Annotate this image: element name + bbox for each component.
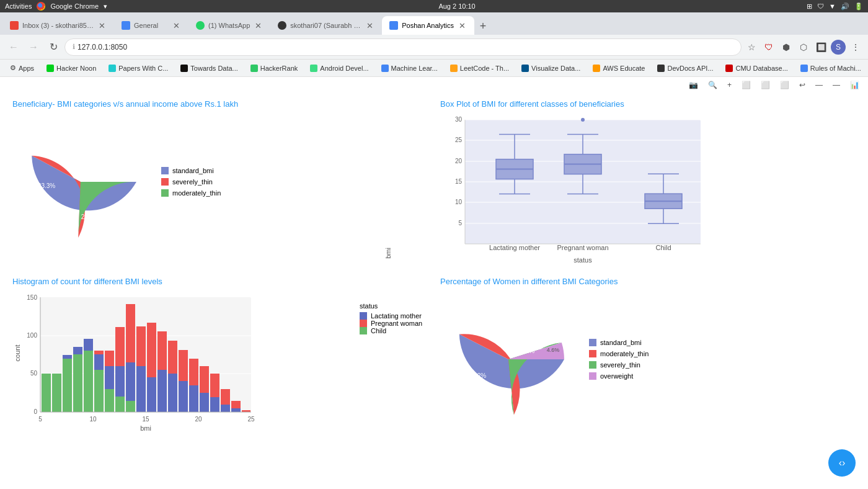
datetime-label: Aug 2 10:10 bbox=[107, 2, 807, 10]
bar-11-lac bbox=[94, 354, 104, 370]
profile-icon[interactable]: S bbox=[831, 40, 846, 55]
tab-close-poshan[interactable]: ✕ bbox=[458, 20, 467, 32]
menu-icon[interactable]: ⋮ bbox=[848, 40, 863, 55]
pie1-title: Beneficiary- BMI categories v/s annual i… bbox=[12, 99, 428, 109]
bar-18-lac bbox=[168, 374, 177, 412]
bookmark-leetcode[interactable]: LeetCode - Th... bbox=[445, 63, 514, 73]
hist-legend-child: Child bbox=[360, 327, 428, 334]
toolbar-plus[interactable]: + bbox=[724, 79, 735, 91]
bookmark-hr-label: HackerRank bbox=[260, 65, 298, 72]
pie2-svg: 42.2% 31.2% 21.9% 4.6% bbox=[440, 291, 577, 428]
bookmark-aws-label: AWS Educate bbox=[603, 65, 645, 72]
bookmark-rules-label: Rules of Machi... bbox=[810, 65, 861, 72]
hist-ytick-0: 0 bbox=[33, 408, 37, 415]
address-bar[interactable]: ℹ 127.0.0.1:8050 bbox=[64, 38, 742, 56]
address-text: 127.0.0.1:8050 bbox=[78, 43, 127, 52]
android-favicon bbox=[310, 65, 317, 72]
ext2-icon[interactable]: ⬡ bbox=[796, 40, 811, 55]
pie1-label-standard: 42.4% bbox=[91, 167, 108, 174]
tab-label-poshan: Poshan Analytics bbox=[402, 22, 454, 29]
bar-20-lac bbox=[189, 385, 198, 412]
scroll-next-icon[interactable]: › bbox=[842, 457, 845, 469]
ytick-20: 20 bbox=[455, 158, 463, 164]
tab-whatsapp[interactable]: (1) WhatsApp ✕ bbox=[188, 16, 270, 35]
tab-github[interactable]: skothari07 (Saurabh Kot... ✕ bbox=[270, 16, 382, 35]
pie1-legend: standard_bmi severely_thin moderately_th… bbox=[161, 167, 221, 197]
legend-label-lactating: Lactating mother bbox=[371, 312, 422, 320]
bookmark-mlmastery[interactable]: Machine Lear... bbox=[376, 63, 443, 73]
bookmark-cmu[interactable]: CMU Database... bbox=[720, 63, 792, 73]
bookmark-android-label: Android Devel... bbox=[320, 65, 368, 72]
pie2-label-standard: 42.2% bbox=[517, 348, 534, 354]
toolbar-chart[interactable]: 📊 bbox=[846, 79, 863, 91]
dd-favicon bbox=[657, 65, 665, 72]
tab-inbox[interactable]: Inbox (3) - skothari855@... ✕ bbox=[2, 16, 114, 35]
new-tab-button[interactable]: + bbox=[474, 17, 492, 35]
tab-label-whatsapp: (1) WhatsApp bbox=[208, 22, 250, 29]
scroll-nav-button[interactable]: ‹ › bbox=[828, 449, 856, 477]
box2-outlier bbox=[581, 118, 585, 122]
bookmark-devdocs[interactable]: DevDocs API... bbox=[652, 63, 718, 73]
histogram-title: Histogram of count for different BMI lev… bbox=[12, 277, 428, 286]
nav-bar: ← → ↻ ℹ 127.0.0.1:8050 ☆ 🛡 ⬢ ⬡ 🔲 S ⋮ bbox=[0, 35, 868, 60]
bookmark-hackernoon[interactable]: Hacker Noon bbox=[42, 63, 101, 73]
hist-legend-pregnant: Pregnant woman bbox=[360, 320, 428, 327]
toolbar-undo[interactable]: ↩ bbox=[795, 79, 809, 91]
bookmark-apps[interactable]: ⚙ Apps bbox=[5, 63, 39, 73]
pie2-legend-severely: severely_thin bbox=[589, 361, 649, 369]
ext3-icon[interactable]: 🔲 bbox=[813, 40, 828, 55]
bar-6-child bbox=[42, 374, 51, 412]
pie1-container: 42.4% 33.3% 24.2% standard_bmi severely_… bbox=[12, 114, 428, 250]
ext1-icon[interactable]: ⬢ bbox=[779, 40, 794, 55]
bookmark-icon[interactable]: ☆ bbox=[744, 40, 759, 55]
forward-button[interactable]: → bbox=[25, 38, 42, 56]
bar-13-lac bbox=[115, 366, 125, 397]
boxplot-container: 30 25 20 15 10 5 bbox=[440, 114, 856, 264]
tab-label-general: General bbox=[134, 22, 168, 29]
bookmark-hackerrank[interactable]: HackerRank bbox=[246, 63, 303, 73]
reload-button[interactable]: ↻ bbox=[45, 38, 62, 56]
box-xlabel-pregnant: Pregnant woman bbox=[557, 244, 608, 251]
tab-poshan[interactable]: Poshan Analytics ✕ bbox=[382, 16, 474, 35]
toolbar-arrows[interactable]: ⬜ bbox=[776, 79, 793, 91]
bar-23-preg bbox=[221, 389, 230, 405]
system-tray: ⊞ 🛡 ▼ 🔊 🔋 bbox=[807, 2, 863, 11]
bookmark-android[interactable]: Android Devel... bbox=[305, 63, 373, 73]
legend-moderately: moderately_thin bbox=[161, 189, 221, 197]
apps-icon: ⚙ bbox=[10, 64, 16, 72]
bookmark-towardsdata[interactable]: Towards Data... bbox=[175, 63, 242, 73]
pie1-label-moderately: 24.2% bbox=[81, 213, 99, 220]
bar-15-preg bbox=[136, 326, 146, 366]
tab-general[interactable]: General ✕ bbox=[114, 16, 188, 35]
bar-19-lac bbox=[179, 381, 188, 412]
histogram-svg: 0 50 100 150 5 10 15 20 25 bmi count bbox=[12, 291, 273, 434]
hist-ytick-100: 100 bbox=[27, 332, 37, 339]
toolbar-box1[interactable]: ⬜ bbox=[738, 79, 755, 91]
toolbar-camera[interactable]: 📷 bbox=[685, 79, 702, 91]
bookmark-rules[interactable]: Rules of Machi... bbox=[795, 63, 866, 73]
toolbar-zoom[interactable]: 🔍 bbox=[704, 79, 721, 91]
legend-label-severely: severely_thin bbox=[172, 178, 213, 186]
adblock-icon[interactable]: 🛡 bbox=[761, 40, 776, 55]
tab-close-github[interactable]: ✕ bbox=[365, 20, 374, 32]
bookmark-paperswithcode[interactable]: Papers With C... bbox=[104, 63, 173, 73]
box-xlabel-child: Child bbox=[655, 244, 671, 251]
back-button[interactable]: ← bbox=[5, 38, 22, 56]
toolbar-box2[interactable]: ⬜ bbox=[757, 79, 774, 91]
tray-grid: ⊞ bbox=[807, 2, 812, 11]
histogram-container: 0 50 100 150 5 10 15 20 25 bmi count bbox=[12, 291, 428, 436]
pie2-legend-color-standard bbox=[589, 339, 596, 346]
bookmark-visualize[interactable]: Visualize Data... bbox=[516, 63, 585, 73]
pie2-legend-moderately: moderately_thin bbox=[589, 350, 649, 357]
bar-22-preg bbox=[210, 374, 219, 397]
tab-close-general[interactable]: ✕ bbox=[172, 20, 181, 32]
bookmark-vis-label: Visualize Data... bbox=[531, 65, 580, 72]
bar-8-child bbox=[63, 359, 72, 412]
toolbar-dash1[interactable]: — bbox=[812, 79, 826, 91]
histogram-panel: Histogram of count for different BMI lev… bbox=[12, 277, 428, 436]
activities-label[interactable]: Activities bbox=[5, 2, 32, 10]
bookmark-aws[interactable]: AWS Educate bbox=[588, 63, 650, 73]
tab-close-whatsapp[interactable]: ✕ bbox=[254, 20, 263, 32]
tab-close-inbox[interactable]: ✕ bbox=[97, 20, 107, 32]
toolbar-dash2[interactable]: — bbox=[829, 79, 844, 91]
